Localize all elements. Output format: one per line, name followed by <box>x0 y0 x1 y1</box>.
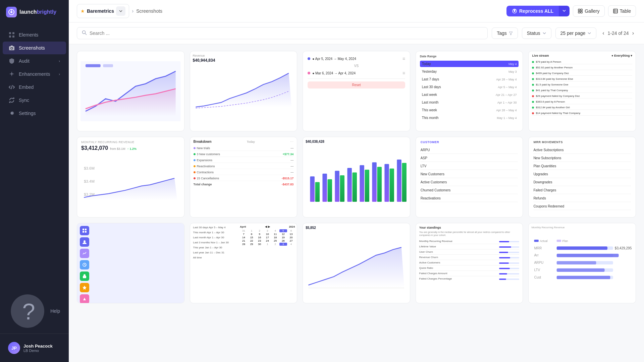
sidebar-item-embed-label: Embed <box>19 84 34 90</box>
svg-rect-4 <box>12 32 14 34</box>
svg-rect-10 <box>11 46 13 47</box>
dropdown-item-last30[interactable]: Last 30 days Apr 5 – May 4 <box>420 84 519 90</box>
svg-rect-3 <box>9 32 11 34</box>
help-item[interactable]: ? Help <box>3 289 66 333</box>
dropdown-item-lastmonth[interactable]: Last month Apr 1 – Apr 30 <box>420 99 519 106</box>
dropdown-item-last7[interactable]: Last 7 days Apr 28 – May 4 <box>420 76 519 82</box>
dropdown-item-lastweek[interactable]: Last week Apr 21 – Apr 27 <box>420 92 519 98</box>
card-live-stream[interactable]: Live stream ● Everything ▾ $79 paid by A… <box>528 51 636 131</box>
sidebar-navigation: Elements Screenshots Audit › Enhancement… <box>0 25 69 289</box>
menu-icon-1: ≡ <box>402 56 405 61</box>
card-breakdown[interactable]: Breakdown Today ⋯ New trials — 3 New cus… <box>190 137 298 217</box>
svg-rect-43 <box>365 170 369 202</box>
icon-item-6 <box>80 283 89 292</box>
sidebar-item-audit[interactable]: Audit › <box>3 55 66 67</box>
mrr-from: from $3.1M <box>110 147 125 150</box>
card-revenue-chart[interactable]: Revenue $40,944,834 <box>190 51 298 131</box>
next-page-button[interactable]: › <box>630 29 636 38</box>
card-date-range[interactable]: ● Apr 5, 2024 → May 4, 2024 ≡ VS ● Mar 6… <box>303 51 410 131</box>
per-page-label: 25 per page <box>560 31 586 36</box>
search-wrap[interactable] <box>77 27 488 39</box>
breakdown-row-total: Total change -$437.83 <box>194 182 294 187</box>
live-dot-4 <box>532 78 534 80</box>
svg-rect-48 <box>397 160 401 202</box>
card-standings[interactable]: Your standings You are generally in the … <box>416 223 523 303</box>
standings-row-revchurn: Revenue Churn <box>419 255 520 260</box>
svg-rect-40 <box>347 168 352 202</box>
card-mrr-movements[interactable]: MRR MOVEMENTS Active Subscriptions New S… <box>528 137 636 217</box>
breadcrumb: ★ Baremetrics › Screenshots <box>77 4 502 18</box>
dropdown-item-today[interactable]: Today May 4 <box>420 61 519 67</box>
tags-filter[interactable]: Tags <box>492 27 518 39</box>
breadcrumb-current-page: Screenshots <box>136 8 162 14</box>
svg-rect-47 <box>390 169 394 202</box>
svg-text:LTV: LTV <box>534 268 540 272</box>
card-date-picker[interactable]: Last 30 days Apr 5 – May 4 This month Ap… <box>190 223 298 303</box>
card-mrr-bar-compare[interactable]: Monthly Recurring Revenue Actual Plan MR… <box>528 223 636 303</box>
per-page-filter[interactable]: 25 per page <box>555 27 597 39</box>
svg-text:Actual: Actual <box>540 239 548 243</box>
breakdown-header: Breakdown Today ⋯ <box>194 140 294 143</box>
svg-rect-5 <box>9 36 11 38</box>
user-profile[interactable]: JP Josh Peacock LB Demo <box>5 339 63 357</box>
table-view-button[interactable]: Table <box>608 5 636 17</box>
card-bar-chart[interactable]: $40,038,428 <box>303 137 410 217</box>
sidebar-item-settings[interactable]: Settings <box>3 107 66 120</box>
live-text-3: $499 paid by Company Dez <box>536 72 632 75</box>
card-area-chart[interactable]: $5,852 <box>303 223 410 303</box>
standings-bar-ltv <box>499 246 519 248</box>
live-text-8: $383.6 paid by A Person <box>536 100 632 103</box>
date-dot-1 <box>308 57 310 60</box>
standings-title: Your standings <box>419 226 520 229</box>
standings-row-activecust: Active Customers <box>419 260 520 265</box>
customer-item-reactivations: Reactivations <box>421 195 518 202</box>
live-stream-filter: ● Everything ▾ <box>611 54 632 57</box>
sidebar-item-screenshots[interactable]: Screenshots <box>3 42 66 54</box>
live-dot-6 <box>532 89 534 92</box>
live-text-1: $79 paid by A Person <box>536 60 632 63</box>
gallery-view-button[interactable]: Gallery <box>573 5 604 17</box>
table-label: Table <box>620 8 631 14</box>
live-row-8: $383.6 paid by A Person <box>532 100 632 104</box>
dropdown-item-yesterday[interactable]: Yesterday May 3 <box>420 68 519 75</box>
reprocess-dropdown-arrow[interactable] <box>559 6 570 16</box>
reset-button[interactable]: Reset <box>308 81 405 88</box>
svg-line-26 <box>85 34 87 35</box>
sidebar-item-embed[interactable]: Embed <box>3 81 66 94</box>
workspace-dropdown-button[interactable] <box>116 6 125 16</box>
card-icon-list[interactable] <box>77 223 184 303</box>
prev-page-button[interactable]: ‹ <box>600 29 606 38</box>
svg-rect-50 <box>83 229 84 230</box>
standings-row-quickratio: Quick Ratio <box>419 265 520 271</box>
live-text-2: $52.92 paid by Another Person <box>536 66 632 69</box>
card-mrr-trend[interactable]: Monthly Recurring Revenue $3,412,070 fro… <box>77 137 184 217</box>
svg-rect-46 <box>385 164 389 202</box>
svg-text:$3.2M: $3.2M <box>84 193 95 197</box>
card-line-chart-1[interactable] <box>77 51 184 131</box>
workspace-selector[interactable]: ★ Baremetrics <box>77 4 129 18</box>
sidebar-item-elements[interactable]: Elements <box>3 28 66 41</box>
menu-icon-2: ≡ <box>402 70 405 76</box>
reprocess-all-button[interactable]: Reprocess ALL <box>506 6 559 16</box>
live-text-9: $312.84 paid by Another Girl <box>536 106 632 109</box>
mrr-value: $3,412,070 <box>81 145 108 151</box>
customer-item-active: Active Customers <box>421 179 518 186</box>
search-input[interactable] <box>90 31 483 36</box>
trials-dot <box>194 147 196 149</box>
svg-point-54 <box>84 240 86 242</box>
card-date-dropdown[interactable]: Date Range Today May 4 Yesterday May 3 L… <box>416 51 523 131</box>
sidebar-item-sync[interactable]: Sync <box>3 94 66 107</box>
sidebar-item-enhancements[interactable]: Enhancements › <box>3 68 66 80</box>
standings-row-churn: User Churn <box>419 249 520 255</box>
dropdown-header: Date Range <box>420 55 519 58</box>
live-dot-2 <box>532 67 534 69</box>
card-preview-15: Monthly Recurring Revenue Actual Plan MR… <box>529 223 636 303</box>
card-customer-metrics[interactable]: CUSTOMER ARPU ASP LTV New Customers Acti… <box>416 137 523 217</box>
dropdown-item-thismonth[interactable]: This month May 1 – May 4 <box>420 115 519 121</box>
svg-marker-27 <box>509 32 513 35</box>
svg-rect-6 <box>12 36 14 38</box>
standings-bar-activecust <box>499 262 519 264</box>
status-filter[interactable]: Status <box>522 27 551 39</box>
dropdown-item-thisweek[interactable]: This week Apr 28 – May 4 <box>420 107 519 113</box>
breakdown-row-contractions: Contractions — <box>194 170 294 175</box>
